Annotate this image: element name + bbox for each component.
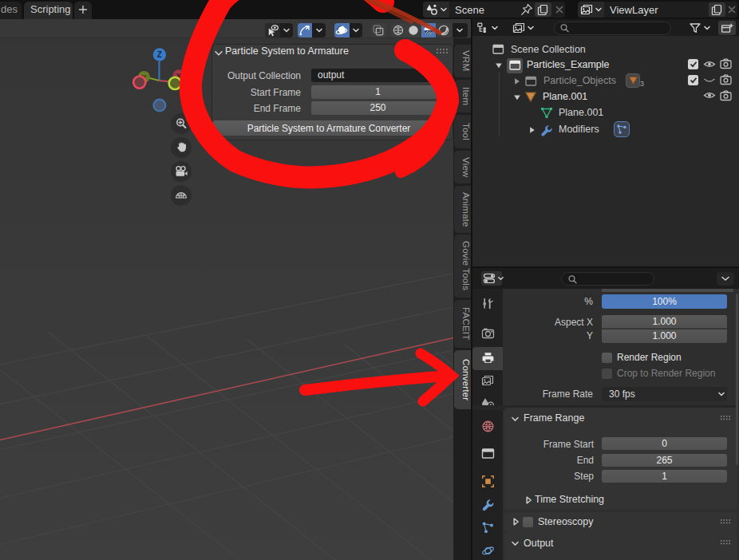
- svg-text:Z: Z: [157, 50, 162, 59]
